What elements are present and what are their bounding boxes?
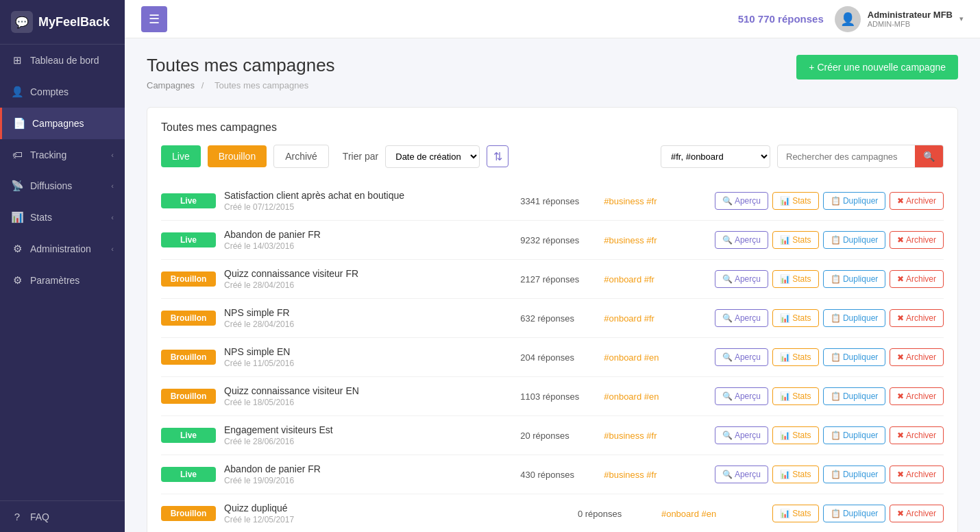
- campaign-tags: #onboard #fr: [604, 313, 707, 324]
- stats-button[interactable]: 📊 Stats: [772, 270, 819, 288]
- campaign-name: Quizz connaissance visiteur FR: [224, 268, 512, 279]
- page-title: Toutes mes campagnes: [147, 55, 335, 76]
- status-badge: Brouillon: [161, 389, 216, 404]
- archiver-button[interactable]: ✖ Archiver: [890, 348, 944, 366]
- tab-brouillon-button[interactable]: Brouillon: [208, 145, 267, 167]
- archiver-button[interactable]: ✖ Archiver: [890, 231, 944, 249]
- archiver-button[interactable]: ✖ Archiver: [890, 426, 944, 444]
- archiver-button[interactable]: ✖ Archiver: [890, 192, 944, 210]
- sidebar-item-faq[interactable]: ? FAQ: [0, 500, 125, 532]
- dupliquer-button[interactable]: 📋 Dupliquer: [823, 426, 886, 444]
- apercu-button[interactable]: 🔍 Aperçu: [715, 231, 768, 249]
- tag: #onboard #en: [604, 352, 659, 363]
- tab-live-button[interactable]: Live: [161, 145, 201, 167]
- grid-icon: ⊞: [11, 54, 23, 66]
- archiver-button[interactable]: ✖ Archiver: [890, 466, 944, 483]
- response-count-number: 510 770: [738, 13, 775, 25]
- dupliquer-button[interactable]: 📋 Dupliquer: [823, 466, 886, 483]
- campaign-name: NPS simple EN: [224, 346, 512, 357]
- archiver-button[interactable]: ✖ Archiver: [890, 309, 944, 327]
- dupliquer-button[interactable]: 📋 Dupliquer: [823, 505, 886, 522]
- tag: #business #fr: [604, 470, 657, 480]
- dupliquer-button[interactable]: 📋 Dupliquer: [823, 231, 886, 249]
- stats-button[interactable]: 📊 Stats: [772, 192, 819, 210]
- sidebar-item-tableau-de-bord[interactable]: ⊞ Tableau de bord: [0, 45, 125, 76]
- apercu-button[interactable]: 🔍 Aperçu: [715, 387, 768, 405]
- response-count: 510 770 réponses: [738, 13, 824, 25]
- hamburger-button[interactable]: ☰: [141, 6, 167, 32]
- chevron-right-icon: ‹: [111, 151, 114, 159]
- apercu-button[interactable]: 🔍 Aperçu: [715, 270, 768, 288]
- campaign-responses: 0 réponses: [578, 509, 653, 519]
- app-name: MyFeelBack: [38, 15, 110, 29]
- campaign-actions: 🔍 Aperçu 📊 Stats 📋 Dupliquer ✖ Archiver: [715, 231, 944, 249]
- dupliquer-button[interactable]: 📋 Dupliquer: [823, 270, 886, 288]
- breadcrumb-separator: /: [201, 80, 206, 90]
- dupliquer-button[interactable]: 📋 Dupliquer: [823, 348, 886, 366]
- stats-button[interactable]: 📊 Stats: [772, 387, 819, 405]
- status-badge: Live: [161, 428, 216, 443]
- page-header: Toutes mes campagnes Campagnes / Toutes …: [147, 55, 958, 90]
- dupliquer-button[interactable]: 📋 Dupliquer: [823, 192, 886, 210]
- status-badge: Brouillon: [161, 311, 216, 326]
- sidebar-label-diffusions: Diffusions: [30, 180, 72, 191]
- apercu-button[interactable]: 🔍 Aperçu: [715, 309, 768, 327]
- campaign-responses: 204 réponses: [520, 352, 596, 363]
- campaign-tags: #onboard #en: [604, 391, 707, 402]
- status-badge: Brouillon: [161, 350, 216, 365]
- stats-button[interactable]: 📊 Stats: [772, 348, 819, 366]
- apercu-button[interactable]: 🔍 Aperçu: [715, 426, 768, 444]
- search-button[interactable]: 🔍: [915, 145, 943, 167]
- tag: #onboard #fr: [604, 274, 654, 285]
- table-row: Live Engagement visiteurs Est Créé le 28…: [161, 416, 944, 455]
- apercu-button[interactable]: 🔍 Aperçu: [715, 348, 768, 366]
- user-icon: 👤: [11, 86, 23, 98]
- campaign-info: NPS simple EN Créé le 11/05/2016: [224, 346, 512, 368]
- sidebar-item-parametres[interactable]: ⚙ Paramètres: [0, 265, 125, 296]
- sidebar-item-stats[interactable]: 📊 Stats ‹: [0, 202, 125, 233]
- app-logo[interactable]: 💬 MyFeelBack: [0, 0, 125, 45]
- archiver-button[interactable]: ✖ Archiver: [890, 270, 944, 288]
- sort-select[interactable]: Date de création Nom Réponses: [385, 145, 480, 168]
- breadcrumb-root[interactable]: Campagnes: [147, 80, 195, 90]
- tag: #onboard #fr: [604, 313, 654, 324]
- stats-button[interactable]: 📊 Stats: [772, 309, 819, 327]
- sidebar-item-administration[interactable]: ⚙ Administration ‹: [0, 233, 125, 265]
- campaign-name: NPS simple FR: [224, 307, 512, 318]
- search-wrapper: 🔍: [777, 145, 944, 168]
- avatar: 👤: [835, 6, 861, 32]
- campaign-date: Créé le 18/05/2016: [224, 398, 512, 407]
- content-area: Toutes mes campagnes Campagnes / Toutes …: [125, 38, 980, 532]
- campaign-tags: #business #fr: [604, 234, 707, 245]
- tag: #business #fr: [604, 196, 657, 206]
- stats-button[interactable]: 📊 Stats: [772, 426, 819, 444]
- sidebar-item-comptes[interactable]: 👤 Comptes: [0, 76, 125, 108]
- campaign-info: NPS simple FR Créé le 28/04/2016: [224, 307, 512, 329]
- search-input[interactable]: [778, 147, 915, 167]
- sidebar-label-stats: Stats: [30, 212, 52, 223]
- tag-filter-select[interactable]: #fr, #onboard #fr #onboard #en #business: [661, 145, 770, 168]
- archiver-button[interactable]: ✖ Archiver: [890, 387, 944, 405]
- campaign-info: Abandon de panier FR Créé le 19/09/2016: [224, 463, 512, 485]
- campaign-actions: 🔍 Aperçu 📊 Stats 📋 Dupliquer ✖ Archiver: [715, 192, 944, 210]
- stats-button[interactable]: 📊 Stats: [772, 231, 819, 249]
- user-info[interactable]: 👤 Administrateur MFB ADMIN-MFB ▾: [835, 6, 964, 32]
- sidebar-item-campagnes[interactable]: 📄 Campagnes: [0, 108, 125, 139]
- stats-button[interactable]: 📊 Stats: [772, 466, 819, 483]
- stats-button[interactable]: 📊 Stats: [772, 505, 819, 522]
- archiver-button[interactable]: ✖ Archiver: [890, 505, 944, 522]
- sidebar-item-tracking[interactable]: 🏷 Tracking ‹: [0, 139, 125, 170]
- sort-toggle-button[interactable]: ⇅: [487, 145, 509, 167]
- sidebar-label-administration: Administration: [30, 243, 91, 254]
- breadcrumb: Campagnes / Toutes mes campagnes: [147, 80, 335, 90]
- dupliquer-button[interactable]: 📋 Dupliquer: [823, 387, 886, 405]
- campaigns-list: Live Satisfaction client après achat en …: [161, 182, 944, 532]
- create-campaign-button[interactable]: + Créer une nouvelle campagne: [796, 55, 958, 80]
- apercu-button[interactable]: 🔍 Aperçu: [715, 192, 768, 210]
- status-badge: Brouillon: [161, 271, 216, 287]
- sidebar-item-diffusions[interactable]: 📡 Diffusions ‹: [0, 170, 125, 202]
- table-row: Brouillon NPS simple FR Créé le 28/04/20…: [161, 299, 944, 338]
- dupliquer-button[interactable]: 📋 Dupliquer: [823, 309, 886, 327]
- tab-archive-button[interactable]: Archivé: [273, 145, 329, 168]
- apercu-button[interactable]: 🔍 Aperçu: [715, 466, 768, 483]
